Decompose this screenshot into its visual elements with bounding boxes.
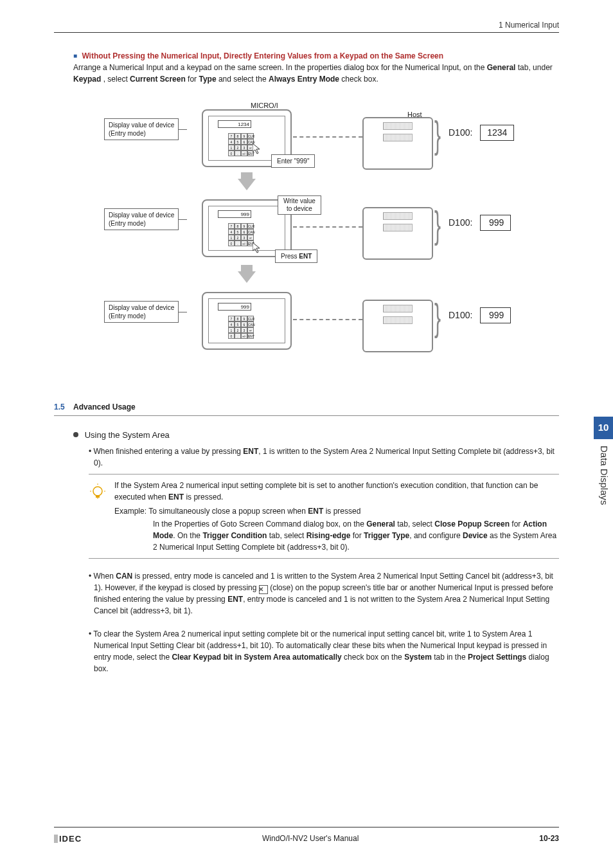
down-arrow-icon-2 xyxy=(238,271,256,283)
dev-label-3: Display value of device(Entry mode) xyxy=(104,301,179,323)
cursor-icon xyxy=(253,143,263,155)
t: check box on the xyxy=(342,653,404,662)
svg-marker-0 xyxy=(253,143,260,154)
press-ent-label: Press ENT xyxy=(275,249,317,263)
t: Trigger Type xyxy=(364,531,409,540)
svg-marker-1 xyxy=(253,242,260,253)
header-rule xyxy=(54,32,559,33)
t: for xyxy=(188,75,199,84)
svg-rect-7 xyxy=(96,495,100,498)
t: When finished entering a value by pressi… xyxy=(94,447,244,456)
page-footer: IDEC WindO/I-NV2 User's Manual 10-23 xyxy=(54,827,559,845)
t: tab in the xyxy=(432,653,468,662)
t: Arrange a Numerical Input and a keypad o… xyxy=(73,63,487,72)
brace-3: } xyxy=(434,288,441,346)
t: ENT xyxy=(168,493,184,502)
dev-label-2: Display value of device(Entry mode) xyxy=(104,208,179,230)
bullet-3: • To clear the System Area 2 numerical i… xyxy=(89,628,559,674)
t: Close Popup Screen xyxy=(434,520,510,529)
t: is pressed. xyxy=(184,493,223,502)
tip-sub: In the Properties of Goto Screen Command… xyxy=(153,518,559,553)
t: Keypad xyxy=(73,75,101,84)
t: , select xyxy=(103,75,130,84)
brace-1: } xyxy=(434,105,441,163)
micro-box-3: 999 789CLR 456CAN 123↵ 0.+/-ENT xyxy=(202,292,292,350)
heading-text: Without Pressing the Numerical Input, Di… xyxy=(82,51,443,60)
enter-999-label: Enter "999" xyxy=(271,154,315,168)
micro-screen: 999 789CLR 456CAN 123↵ 0.+/-ENT xyxy=(208,298,285,343)
keypad-3: 789CLR 456CAN 123↵ 0.+/-ENT xyxy=(228,316,255,339)
cursor-icon xyxy=(253,242,263,254)
tip-block: If the System Area 2 numerical input set… xyxy=(89,480,559,553)
brace-2: } xyxy=(434,195,441,253)
num-display-1: 1234 xyxy=(218,120,251,128)
subheading-text: Using the System Area xyxy=(85,430,170,440)
conn-3 xyxy=(293,319,362,320)
manual-title: WindO/I-NV2 User's Manual xyxy=(262,833,359,845)
write-value-label: Write valueto device xyxy=(278,195,321,215)
t: ENT xyxy=(243,447,258,456)
section-1-5: 1.5 Advanced Usage xyxy=(54,401,559,416)
tip-example: Example: To simultaneously close a popup… xyxy=(114,505,559,517)
section-title: Advanced Usage xyxy=(73,402,136,411)
keypad-1: 789CLR 456CAN 123↵ 0.+/-ENT xyxy=(228,133,255,156)
t: . On the xyxy=(173,531,202,540)
arrow-stem-1 xyxy=(241,172,253,179)
heading-block: ■ Without Pressing the Numerical Input, … xyxy=(73,50,559,85)
d100-lbl: D100: xyxy=(449,217,472,228)
conn-1 xyxy=(293,136,362,138)
t: In the Properties of Goto Screen Command… xyxy=(153,520,366,529)
close-icon: ✕ xyxy=(259,585,268,594)
t: is pressed xyxy=(323,507,360,516)
section-number: 1.5 xyxy=(54,402,65,411)
host-box-2 xyxy=(362,207,433,260)
host-box-1 xyxy=(362,117,433,170)
t: ENT xyxy=(227,595,243,604)
t: for xyxy=(510,520,523,529)
t: System xyxy=(404,653,432,662)
chapter-label: Data Displays xyxy=(594,439,611,505)
d100-val-2: 999 xyxy=(480,215,511,231)
t: for xyxy=(350,531,364,540)
d100-row-1: D100: 1234 xyxy=(449,125,514,141)
t: ENT xyxy=(308,507,323,516)
d100-lbl: D100: xyxy=(449,310,472,320)
brand: IDEC xyxy=(54,833,82,845)
t: Current Screen xyxy=(130,75,186,84)
down-arrow-icon-1 xyxy=(238,179,256,190)
t: tab, select xyxy=(395,520,434,529)
t: , and configure xyxy=(409,531,463,540)
page-number: 10-23 xyxy=(539,833,559,845)
tip-rule-bottom xyxy=(89,558,559,559)
micro-screen: 999 789CLR 456CAN 123↵ 0.+/-ENT xyxy=(208,206,285,251)
d100-val-1: 1234 xyxy=(480,125,514,141)
tip-body: If the System Area 2 numerical input set… xyxy=(114,480,559,553)
t: Example: xyxy=(114,507,147,516)
t: Type xyxy=(199,75,216,84)
bullet-2: • When CAN is pressed, entry mode is can… xyxy=(89,570,559,617)
subheading: Using the System Area xyxy=(73,429,559,442)
t: and select the xyxy=(218,75,269,84)
chapter-number: 10 xyxy=(594,417,613,439)
t: check box. xyxy=(341,75,378,84)
num-display-3: 999 xyxy=(218,303,251,311)
keypad-2: 789CLR 456CAN 123↵ 0.+/-ENT xyxy=(228,223,255,246)
t: Always Entry Mode xyxy=(269,75,339,84)
t: When xyxy=(94,572,116,581)
diagram: MICRO/I Host Display value of device(Ent… xyxy=(73,100,559,383)
d100-lbl: D100: xyxy=(449,127,472,138)
t: Clear Keypad bit in System Area automati… xyxy=(172,653,341,662)
intro-line: Arrange a Numerical Input and a keypad o… xyxy=(73,63,553,84)
tip-rule-top xyxy=(89,474,559,475)
t: tab, under xyxy=(518,63,553,72)
t: Press xyxy=(281,253,299,260)
side-tab: 10 Data Displays xyxy=(594,417,613,505)
t: To simultaneously close a popup screen w… xyxy=(148,507,308,516)
t: Trigger Condition xyxy=(202,531,267,540)
svg-point-2 xyxy=(93,487,102,496)
host-box-3 xyxy=(362,300,433,352)
t: Project Settings xyxy=(468,653,526,662)
t: General xyxy=(487,63,516,72)
conn-2 xyxy=(293,226,362,228)
lightbulb-icon xyxy=(89,480,114,553)
